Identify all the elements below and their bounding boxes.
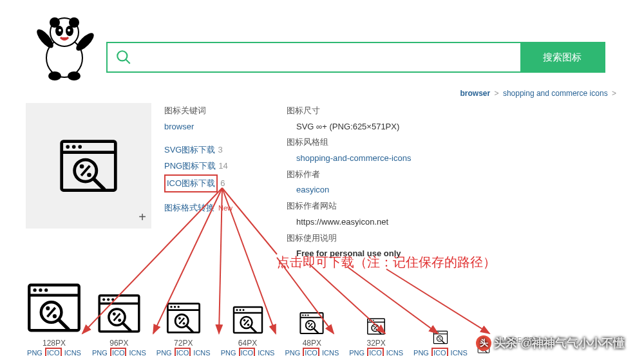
browser-percent-icon[interactable]: [26, 279, 82, 336]
fmt-png[interactable]: PNG: [91, 349, 108, 356]
search-bar: 搜索图标: [106, 42, 605, 73]
size-formats: PNG ICO ICNS: [26, 349, 82, 356]
fmt-ico[interactable]: ICO: [110, 348, 127, 356]
size-item-6: PNG ICO ICNS: [413, 287, 468, 356]
fmt-icns[interactable]: ICNS: [257, 349, 275, 356]
fmt-png[interactable]: PNG: [413, 349, 430, 356]
svg-download-link[interactable]: SVG图标下载: [164, 145, 215, 155]
keyword-browser[interactable]: browser: [164, 122, 194, 131]
png-download-link[interactable]: PNG图标下载: [164, 161, 216, 171]
size-formats: PNG ICO ICNS: [91, 349, 147, 356]
breadcrumb-browser[interactable]: browser: [460, 89, 490, 98]
fmt-ico[interactable]: ICO: [45, 348, 62, 356]
fmt-png[interactable]: PNG: [348, 349, 365, 356]
browser-percent-icon[interactable]: [299, 310, 325, 336]
size-item-128PX: 128PXPNG ICO ICNS: [26, 278, 82, 356]
fmt-icns[interactable]: ICNS: [64, 349, 82, 356]
zoom-plus-icon[interactable]: +: [138, 210, 146, 225]
browser-percent-icon[interactable]: [166, 300, 202, 336]
site-value: https://www.easyicon.net: [287, 214, 467, 230]
watermark-icon: 头: [476, 335, 491, 351]
size-formats: PNG ICO ICNS: [413, 349, 468, 356]
panda-logo: [32, 6, 97, 84]
svg-point-22: [117, 51, 127, 61]
fmt-icns[interactable]: ICNS: [193, 349, 211, 356]
size-formats: PNG ICO ICNS: [220, 349, 276, 356]
fmt-ico[interactable]: ICO: [367, 348, 384, 356]
author-label: 图标作者: [287, 167, 467, 183]
style-link[interactable]: shopping-and-commerce-icons: [296, 153, 411, 163]
license-label: 图标使用说明: [287, 230, 467, 247]
size-item-32PX: 32PXPNG ICO ICNS: [348, 278, 404, 356]
watermark: 头 头杀 @神神气气小小不懂: [476, 335, 625, 351]
size-label: 图标尺寸: [287, 103, 467, 119]
search-icon: [108, 43, 140, 71]
browser-percent-icon: [58, 135, 119, 196]
size-item-96PX: 96PXPNG ICO ICNS: [91, 278, 147, 356]
ico-download-link[interactable]: ICO图标下载: [167, 178, 215, 188]
breadcrumb: browser > shopping and commerce icons >: [0, 84, 644, 103]
fmt-ico[interactable]: ICO: [175, 348, 191, 356]
size-px-label: 96PX: [109, 339, 128, 348]
fmt-png[interactable]: PNG: [156, 349, 173, 356]
browser-percent-icon[interactable]: [97, 291, 142, 336]
search-button[interactable]: 搜索图标: [520, 43, 604, 71]
size-px-label: 64PX: [238, 339, 257, 348]
size-px-label: 72PX: [174, 339, 193, 348]
fmt-ico[interactable]: ICO: [303, 348, 319, 356]
fmt-ico[interactable]: ICO: [431, 348, 448, 356]
browser-percent-icon[interactable]: [232, 304, 264, 336]
fmt-png[interactable]: PNG: [26, 349, 43, 356]
size-value: SVG ∞+ (PNG:625×571PX): [287, 119, 467, 135]
browser-percent-icon[interactable]: [366, 317, 386, 336]
style-label: 图标风格组: [287, 135, 467, 151]
keywords-label: 图标关键词: [164, 103, 274, 119]
size-item-64PX: 64PXPNG ICO ICNS: [220, 278, 276, 356]
browser-percent-icon[interactable]: [433, 330, 448, 345]
size-px-label: 128PX: [43, 339, 66, 348]
breadcrumb-category[interactable]: shopping and commerce icons: [503, 89, 608, 98]
size-formats: PNG ICO ICNS: [348, 349, 404, 356]
icon-preview: +: [26, 103, 151, 229]
fmt-icns[interactable]: ICNS: [129, 349, 147, 356]
new-badge: New: [214, 204, 232, 212]
site-label: 图标作者网站: [287, 198, 467, 214]
svg-line-23: [126, 59, 130, 64]
fmt-icns[interactable]: ICNS: [450, 349, 468, 356]
fmt-ico[interactable]: ICO: [239, 348, 256, 356]
fmt-icns[interactable]: ICNS: [321, 349, 339, 356]
size-formats: PNG ICO ICNS: [284, 349, 339, 356]
size-formats: PNG ICO ICNS: [156, 349, 211, 356]
size-item-48PX: 48PXPNG ICO ICNS: [284, 278, 339, 356]
fmt-png[interactable]: PNG: [284, 349, 301, 356]
fmt-png[interactable]: PNG: [220, 349, 237, 356]
author-link[interactable]: easyicon: [296, 185, 329, 194]
size-px-label: 32PX: [366, 339, 385, 348]
size-item-72PX: 72PXPNG ICO ICNS: [156, 278, 211, 356]
format-convert-link[interactable]: 图标格式转换: [164, 203, 214, 212]
search-input[interactable]: [140, 43, 520, 71]
size-px-label: 48PX: [303, 339, 321, 348]
fmt-icns[interactable]: ICNS: [386, 349, 404, 356]
